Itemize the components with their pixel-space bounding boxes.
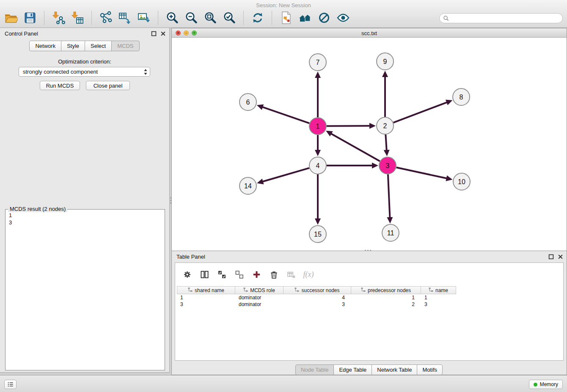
column-header-shared-name[interactable]: shared name <box>177 286 235 294</box>
window-title: Session: New Session <box>0 2 567 8</box>
tab-mcds[interactable]: MCDS <box>111 41 139 51</box>
graph-node-7[interactable]: 7 <box>309 54 326 71</box>
graph-node-6[interactable]: 6 <box>239 94 256 110</box>
table-cell[interactable]: 3 <box>284 301 351 308</box>
table-cell[interactable]: 1 <box>351 294 421 301</box>
tab-edge-table[interactable]: Edge Table <box>333 364 372 375</box>
graph-edge-3-1[interactable] <box>330 133 380 161</box>
mcds-result-box: MCDS result (2 nodes) 13 <box>5 209 165 370</box>
column-header-predecessor-nodes[interactable]: predecessor nodes <box>351 286 421 294</box>
table-cell[interactable]: 1 <box>421 294 456 301</box>
add-row-icon[interactable] <box>251 270 261 280</box>
tab-node-table[interactable]: Node Table <box>295 364 334 375</box>
task-list-button[interactable] <box>4 380 17 389</box>
column-label: predecessor nodes <box>368 287 411 293</box>
select-all-icon[interactable] <box>217 270 227 280</box>
table-cell[interactable]: dominator <box>235 301 284 308</box>
column-label: successor nodes <box>301 287 339 293</box>
table-row[interactable]: 1dominator411 <box>177 294 456 301</box>
column-header-mcds-role[interactable]: MCDS role <box>235 286 284 294</box>
close-panel-icon[interactable] <box>558 254 563 259</box>
svg-text:7: 7 <box>316 59 320 66</box>
graph-node-10[interactable]: 10 <box>453 173 470 190</box>
open-session-icon[interactable] <box>3 10 19 25</box>
graph-node-1[interactable]: 1 <box>309 118 326 135</box>
search-icon <box>443 15 449 22</box>
graph-node-15[interactable]: 15 <box>309 226 326 243</box>
dropdown-stepper-icon <box>143 69 148 75</box>
table-cell[interactable]: 3 <box>421 301 456 308</box>
edge-arrowhead-icon <box>257 104 264 110</box>
tab-select[interactable]: Select <box>85 41 112 51</box>
open-network-file-icon[interactable] <box>278 10 294 25</box>
search-input[interactable] <box>451 14 559 22</box>
graph-node-14[interactable]: 14 <box>239 177 256 194</box>
column-label: name <box>435 287 448 293</box>
memory-button[interactable]: Memory <box>529 380 563 389</box>
tab-style[interactable]: Style <box>61 41 85 51</box>
table-cell[interactable]: 1 <box>177 294 235 301</box>
graph-node-8[interactable]: 8 <box>453 88 470 105</box>
float-panel-icon[interactable] <box>548 254 554 259</box>
table-header-row: shared nameMCDS rolesuccessor nodesprede… <box>177 286 456 294</box>
export-image-icon[interactable] <box>136 10 151 25</box>
column-header-successor-nodes[interactable]: successor nodes <box>284 286 351 294</box>
tab-motifs[interactable]: Motifs <box>417 364 443 375</box>
criterion-select[interactable]: strongly connected component <box>19 67 150 77</box>
graph-edge-1-6[interactable] <box>262 107 309 123</box>
show-columns-icon[interactable] <box>199 270 209 280</box>
edge-arrowhead-icon <box>387 217 393 224</box>
close-panel-icon[interactable] <box>160 30 166 36</box>
zoom-in-icon[interactable] <box>165 10 180 25</box>
graph-node-2[interactable]: 2 <box>377 117 394 134</box>
run-mcds-button[interactable]: Run MCDS <box>40 81 80 90</box>
save-session-icon[interactable] <box>22 10 38 25</box>
zoom-fit-icon[interactable] <box>203 10 218 25</box>
graph-edge-3-11[interactable] <box>388 174 390 218</box>
vertical-splitter-handle[interactable] <box>170 195 171 206</box>
graph-edge-4-14[interactable] <box>262 168 309 182</box>
network-graph-canvas[interactable]: 7968124314101511 <box>172 38 567 251</box>
deselect-all-icon[interactable] <box>234 270 244 280</box>
toolbar-separator <box>44 11 44 25</box>
graph-edge-3-10[interactable] <box>396 167 447 178</box>
zoom-out-icon[interactable] <box>184 10 199 25</box>
column-header-name[interactable]: name <box>421 286 456 294</box>
mcds-result-list: 13 <box>9 212 12 226</box>
network-window-title: scc.txt <box>172 30 567 36</box>
titlebar: Session: New Session <box>0 0 567 28</box>
circle-slash-icon[interactable] <box>317 10 332 25</box>
table-toolbar: f(x) <box>175 263 563 286</box>
gear-icon[interactable] <box>182 270 192 280</box>
graph-edge-2-3[interactable] <box>385 135 386 151</box>
graph-node-3[interactable]: 3 <box>379 157 396 174</box>
graph-node-11[interactable]: 11 <box>382 224 399 241</box>
status-bar: Memory <box>0 375 567 392</box>
import-table-icon[interactable] <box>70 10 85 25</box>
zoom-selected-icon[interactable] <box>222 10 237 25</box>
float-panel-icon[interactable] <box>151 30 157 36</box>
close-panel-button[interactable]: Close panel <box>86 81 130 90</box>
table-row[interactable]: 3dominator323 <box>177 301 456 308</box>
refresh-icon[interactable] <box>250 10 265 25</box>
table-cell[interactable]: 4 <box>284 294 351 301</box>
table-cell[interactable]: dominator <box>235 294 284 301</box>
table-panel: Table Panel f(x) shared nameMCDS rolesuc… <box>171 251 567 375</box>
import-network-icon[interactable] <box>51 10 66 25</box>
tab-network-table[interactable]: Network Table <box>372 364 417 375</box>
node-table-card: f(x) shared nameMCDS rolesuccessor nodes… <box>175 262 564 361</box>
graph-edge-2-8[interactable] <box>394 102 448 122</box>
control-panel-title: Control Panel <box>5 30 38 37</box>
graph-node-4[interactable]: 4 <box>309 157 326 174</box>
new-network-icon[interactable] <box>98 10 113 25</box>
tab-network[interactable]: Network <box>29 41 61 51</box>
graph-edge-1-2[interactable] <box>327 126 370 126</box>
ndex-home-icon[interactable] <box>297 10 313 25</box>
delete-row-icon[interactable] <box>269 270 279 280</box>
clone-network-icon[interactable] <box>117 10 132 25</box>
graph-node-9[interactable]: 9 <box>377 53 394 70</box>
eye-icon[interactable] <box>336 10 351 25</box>
table-body: 1dominator4113dominator323 <box>177 294 456 308</box>
table-cell[interactable]: 3 <box>177 301 235 308</box>
table-cell[interactable]: 2 <box>351 301 421 308</box>
